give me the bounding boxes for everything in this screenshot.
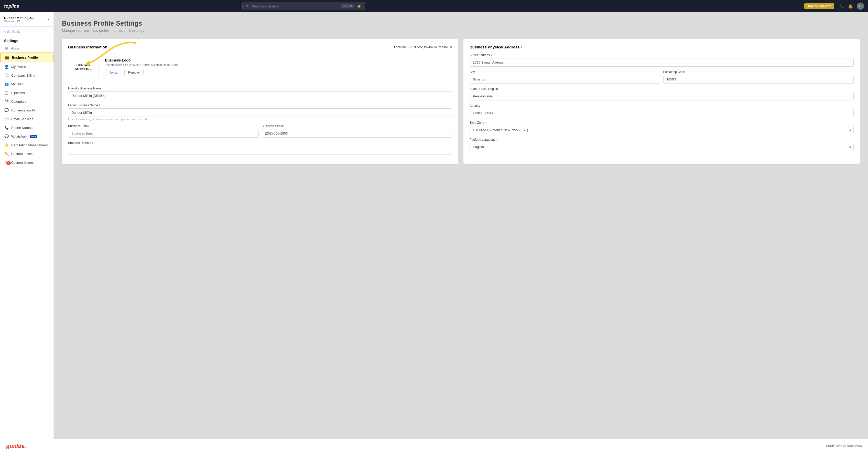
street-address-group: Street Address ℹ <box>470 53 854 67</box>
account-switcher[interactable]: Dunder Mifflin [D... Scranton, PA ▾ <box>0 12 54 27</box>
nav-icons: 📞 🔔 U <box>839 3 864 10</box>
sidebar-item-custom-values[interactable]: ⊙ Custom Values 1 <box>0 158 54 167</box>
remove-button[interactable]: Remove <box>124 69 144 76</box>
city-input[interactable] <box>470 75 660 84</box>
required-star: * <box>485 121 486 124</box>
sidebar-item-calendars[interactable]: 📅 Calendars <box>0 97 54 106</box>
phone-icon: 📞 <box>4 125 9 130</box>
address-info-icon: ℹ <box>521 45 522 49</box>
logo-section: DUNDERMIFFLIN™ Business Logo The propose… <box>68 57 452 82</box>
language-group: Platform Language ℹ English ▾ <box>470 138 854 151</box>
sidebar-item-label: Email Services <box>11 117 33 121</box>
business-info-title: Business Information <box>68 45 107 49</box>
search-bar[interactable]: 🔍 Quick search here Ctrl + K ⚡ <box>242 2 365 10</box>
state-label: State / Prov / Region <box>470 87 854 91</box>
state-group: State / Prov / Region <box>470 87 854 101</box>
content-grid: Business Information Location ID ℹ f4rkI… <box>62 39 860 164</box>
sidebar-item-label: WhatsApp <box>11 135 27 138</box>
friendly-name-label: Friendly Business Name <box>68 87 452 90</box>
sidebar-item-pipelines[interactable]: 📋 Pipelines <box>0 88 54 97</box>
main-layout: Dunder Mifflin [D... Scranton, PA ▾ < Go… <box>0 12 868 438</box>
legal-name-group: Legal Business Name ℹ Enter the exact le… <box>68 104 452 121</box>
company-billing-icon: 🧾 <box>4 73 9 77</box>
notification-nav-icon[interactable]: 🔔 <box>848 4 853 9</box>
user-avatar[interactable]: U <box>857 3 864 10</box>
sidebar-item-label: Pipelines <box>11 91 25 95</box>
chevron-down-icon: ▾ <box>48 18 50 21</box>
bolt-icon: ⚡ <box>357 4 362 9</box>
country-input[interactable] <box>470 109 854 117</box>
legal-name-input[interactable] <box>68 108 452 117</box>
sidebar-item-label: Company Billing <box>11 74 35 77</box>
logo-desc: The proposed size is 350px * 180px. No b… <box>105 63 452 66</box>
location-id-label: Location ID <box>394 45 410 49</box>
sidebar-item-my-staff[interactable]: 👥 My Staff <box>0 80 54 88</box>
page-subtitle: Manage your business profile information… <box>62 28 860 32</box>
copy-icon[interactable]: ⧉ <box>450 45 452 49</box>
beta-badge: beta <box>30 135 37 138</box>
zip-input[interactable] <box>663 75 854 84</box>
city-zip-row: City Postal/Zip Code <box>470 70 854 87</box>
sidebar-item-conversation-ai[interactable]: 💬 Conversation AI <box>0 106 54 115</box>
top-nav: topline 🔍 Quick search here Ctrl + K ⚡ t… <box>0 0 868 12</box>
email-phone-row: Business Email Business Phone <box>68 124 452 141</box>
sidebar-item-my-profile[interactable]: 👤 My Profile <box>0 62 54 71</box>
sidebar-item-label: Custom Fields <box>11 152 32 156</box>
business-phone-group: Business Phone <box>262 124 453 138</box>
location-id-row: Location ID ℹ f4rkIVQsxJaZlkCmaJlw ⧉ <box>394 45 452 49</box>
account-sub: Scranton, PA <box>4 20 34 23</box>
upload-button[interactable]: Upload <box>105 69 122 76</box>
business-phone-label: Business Phone <box>262 124 453 128</box>
settings-section-title: Settings <box>0 37 54 44</box>
location-id-info-icon: ℹ <box>411 45 412 49</box>
sidebar-item-business-profile[interactable]: 💼 Business Profile <box>0 53 54 62</box>
logo-info: Business Logo The proposed size is 350px… <box>105 58 452 76</box>
pipelines-icon: 📋 <box>4 91 9 95</box>
business-phone-input[interactable] <box>262 129 453 138</box>
my-staff-icon: 👥 <box>4 82 9 86</box>
sidebar-item-reputation[interactable]: ⭐ Reputation Management <box>0 141 54 149</box>
sidebar-item-custom-fields[interactable]: ✏️ Custom Fields <box>0 149 54 158</box>
language-label: Platform Language ℹ <box>470 138 854 141</box>
friendly-name-input[interactable] <box>68 91 452 100</box>
whatsapp-icon: 💬 <box>4 134 9 138</box>
branded-domain-input[interactable] <box>68 146 452 154</box>
sidebar-item-label: My Staff <box>11 82 23 86</box>
business-email-input[interactable] <box>68 129 259 138</box>
language-select[interactable]: English <box>470 143 854 151</box>
custom-fields-icon: ✏️ <box>4 152 9 156</box>
street-info-icon: ℹ <box>491 54 492 57</box>
country-label: Country <box>470 104 854 108</box>
phone-nav-icon[interactable]: 📞 <box>839 4 844 9</box>
legal-name-info-icon: ℹ <box>99 104 100 107</box>
sidebar-item-phone-numbers[interactable]: 📞 Phone Numbers <box>0 123 54 132</box>
country-group: Country <box>470 104 854 117</box>
timezone-select[interactable]: GMT-05:00 America/New_York (EST) <box>470 126 854 134</box>
physical-address-card: Business Physical Address ℹ Street Addre… <box>463 39 860 164</box>
search-placeholder: Quick search here <box>252 4 339 8</box>
state-input[interactable] <box>470 92 854 101</box>
street-address-input[interactable] <box>470 58 854 67</box>
sidebar-item-apps[interactable]: ⊞ Apps <box>0 44 54 53</box>
my-profile-icon: 👤 <box>4 64 9 69</box>
guidde-tagline: Made with guidde.com <box>826 444 862 448</box>
apps-icon: ⊞ <box>4 46 9 50</box>
sidebar-item-label: Custom Values <box>11 161 33 165</box>
support-button[interactable]: topline Support <box>804 3 834 9</box>
sidebar-item-whatsapp[interactable]: 💬 WhatsApp beta <box>0 132 54 141</box>
sidebar-item-email-services[interactable]: ✉️ Email Services <box>0 115 54 123</box>
business-email-label: Business Email <box>68 124 259 128</box>
legal-name-label: Legal Business Name ℹ <box>68 104 452 107</box>
page-title: Business Profile Settings <box>62 20 860 27</box>
legal-name-hint: Enter the exact legal business name, as … <box>68 118 452 121</box>
sidebar-item-company-billing[interactable]: 🧾 Company Billing <box>0 71 54 80</box>
branded-domain-group: Branded Domain ℹ <box>68 141 452 154</box>
app-logo: topline <box>4 4 19 9</box>
calendars-icon: 📅 <box>4 100 9 104</box>
business-email-group: Business Email <box>68 124 259 138</box>
street-address-label: Street Address ℹ <box>470 53 854 57</box>
logo-title: Business Logo <box>105 58 452 62</box>
go-back-link[interactable]: < Go Back <box>0 27 54 37</box>
notification-badge: 1 <box>7 161 11 165</box>
logo-buttons: Upload Remove <box>105 69 452 76</box>
